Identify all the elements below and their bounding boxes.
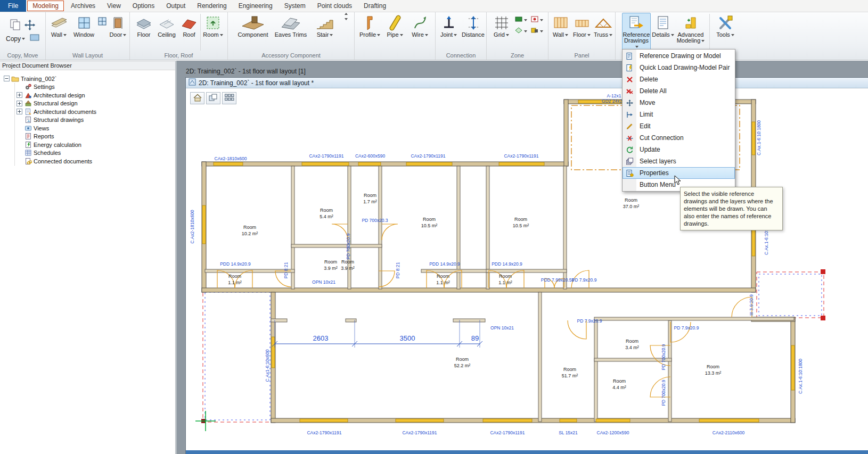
tree-item-structural-drawings[interactable]: Structural drawings	[16, 116, 175, 125]
collapse-icon[interactable]	[3, 76, 10, 81]
menu-modeling[interactable]: Modeling	[27, 1, 64, 11]
zone-diamond-button[interactable]	[513, 26, 529, 37]
menu-view[interactable]: View	[101, 0, 127, 12]
zone-area-button[interactable]	[513, 14, 529, 26]
copy-button[interactable]: Copy	[4, 32, 27, 45]
expand-icon[interactable]	[16, 109, 22, 114]
home-view-button[interactable]	[190, 92, 204, 104]
wire-button[interactable]: Wire	[407, 13, 433, 38]
distance-button[interactable]: Distance	[461, 13, 486, 38]
tree-item-connected-documents[interactable]: Connected documents	[16, 157, 175, 166]
ribbon-group-accessory: Component Eaves Trims Stair Accessory Co…	[228, 12, 355, 60]
menu-options[interactable]: Options	[127, 0, 160, 12]
room-button[interactable]: Room	[201, 13, 225, 38]
tools-button[interactable]: Tools	[713, 13, 738, 38]
menu-item-move[interactable]: Move	[623, 97, 735, 109]
details-button[interactable]: Details	[651, 13, 675, 38]
wall-tag-label: C.Ax2-1810x600	[190, 210, 195, 244]
room-area-label: 10.2 m²	[242, 231, 258, 236]
menu-item-delete-all[interactable]: Delete All	[623, 85, 735, 97]
profile-button[interactable]: Profile	[357, 13, 383, 38]
room-name-label: Room	[437, 274, 449, 279]
advanced-modeling-button[interactable]: Advanced Modeling	[675, 13, 706, 44]
menu-item-reference-drawing-or-model[interactable]: Reference Drawing or Model	[623, 50, 735, 62]
grid-button[interactable]: Grid	[490, 13, 513, 38]
tree-item-label: Training_002`	[21, 76, 56, 82]
tree-item-label: Structural drawings	[34, 117, 84, 123]
ceiling-button[interactable]: Ceiling	[155, 13, 178, 38]
zone-yellow-icon	[531, 27, 538, 35]
menu-item-edit[interactable]: Edit	[623, 120, 735, 132]
pipe-button[interactable]: Pipe	[383, 13, 407, 38]
zone-yellow-button[interactable]	[529, 26, 545, 37]
drawing-window-titlebar[interactable]: 2D: Training_002` - 1st floor wall layou…	[186, 78, 868, 88]
tree-item-root[interactable]: Training_002`	[3, 75, 175, 83]
menu-point-clouds[interactable]: Point clouds	[312, 0, 358, 12]
window-type-button[interactable]	[97, 13, 108, 29]
move-button[interactable]	[23, 20, 37, 32]
menu-item-cut-connection[interactable]: Cut Connection	[623, 132, 735, 144]
expand-icon[interactable]	[16, 101, 22, 106]
panel-wall-button[interactable]: Wall	[550, 13, 571, 38]
roof-button[interactable]: Roof	[178, 13, 200, 38]
copy-icon-button[interactable]	[9, 20, 23, 32]
tree-item-architectural-design[interactable]: Architectural design	[16, 91, 175, 100]
menu-item-limit[interactable]: Limit	[623, 109, 735, 120]
window-button[interactable]: Window	[71, 13, 97, 38]
dimensions-layer	[272, 320, 482, 348]
grid-view-button[interactable]	[222, 92, 236, 104]
tree-item-schedules[interactable]: Schedules	[16, 149, 175, 158]
tree-item-reports[interactable]: Reports	[16, 133, 175, 141]
menu-drafting[interactable]: Drafting	[358, 0, 392, 12]
menu-output[interactable]: Output	[160, 0, 191, 12]
floor-plan[interactable]: CAx2-1810x600 CAx2-1790x1191 CAx2-600x59…	[186, 89, 868, 450]
overflow-up-icon[interactable]	[345, 13, 348, 15]
opening-tag-label: PDD 14.9x20.9	[492, 261, 522, 267]
document-bottom-bar[interactable]	[186, 450, 868, 454]
tree-item-label: Architectural design	[34, 92, 85, 98]
tree-item-structural-design[interactable]: Structural design	[16, 100, 175, 108]
reference-drawings-button[interactable]: Reference Drawings	[622, 13, 651, 50]
capture-button[interactable]	[27, 32, 42, 45]
menu-engineering[interactable]: Engineering	[233, 0, 279, 12]
tree-item-label: Structural design	[34, 100, 78, 106]
delete-all-icon	[623, 87, 636, 95]
group-label-zone: Zone	[487, 52, 547, 60]
tree-item-settings[interactable]: Settings	[16, 83, 175, 92]
menu-file[interactable]: File	[0, 0, 26, 12]
zone-point-button[interactable]	[529, 14, 545, 26]
stair-button[interactable]: Stair	[308, 13, 341, 38]
overflow-down-icon[interactable]	[345, 18, 348, 20]
menu-rendering[interactable]: Rendering	[191, 0, 232, 12]
schedules-icon	[24, 149, 32, 156]
delete-icon	[623, 76, 636, 84]
truss-button[interactable]: Truss	[593, 13, 614, 38]
wall-tag-label: CAx2-1790x1191	[490, 430, 525, 435]
eaves-trims-button[interactable]: Eaves Trims	[273, 13, 308, 38]
door-button[interactable]: Door	[108, 13, 129, 38]
room-area-label: 51.7 m²	[562, 373, 578, 378]
menu-item-quick-load-pair[interactable]: Quick Load Drawing-Model Pair	[623, 62, 735, 73]
group-divider	[709, 14, 710, 51]
component-button[interactable]: Component	[233, 13, 273, 38]
menu-archives[interactable]: Archives	[65, 0, 101, 12]
panel-floor-icon	[575, 14, 589, 31]
copy-icon	[9, 19, 22, 33]
floor-button[interactable]: Floor	[133, 13, 155, 38]
sheet-layout-button[interactable]	[206, 92, 220, 104]
dropdown-arrow-icon	[524, 19, 527, 21]
expand-icon[interactable]	[16, 92, 22, 98]
menu-item-select-layers[interactable]: Select layers	[623, 155, 735, 167]
menu-item-update[interactable]: Update	[623, 144, 735, 155]
menu-system[interactable]: System	[279, 0, 312, 12]
wall-tag-label: CAx2-1790x1191	[307, 430, 341, 435]
panel-floor-button[interactable]: Floor	[571, 13, 593, 38]
architectural-design-icon	[24, 92, 32, 99]
wall-button[interactable]: Wall	[47, 13, 71, 38]
joint-button[interactable]: Joint	[437, 13, 461, 38]
tree-item-architectural-documents[interactable]: Architectural documents	[16, 108, 175, 116]
tree-item-energy-calculation[interactable]: Energy calculation	[16, 141, 175, 149]
menu-item-delete[interactable]: Delete	[623, 73, 735, 85]
drawing-canvas[interactable]: CAx2-1810x600 CAx2-1790x1191 CAx2-600x59…	[186, 89, 868, 450]
tree-item-views[interactable]: Views	[16, 124, 175, 133]
